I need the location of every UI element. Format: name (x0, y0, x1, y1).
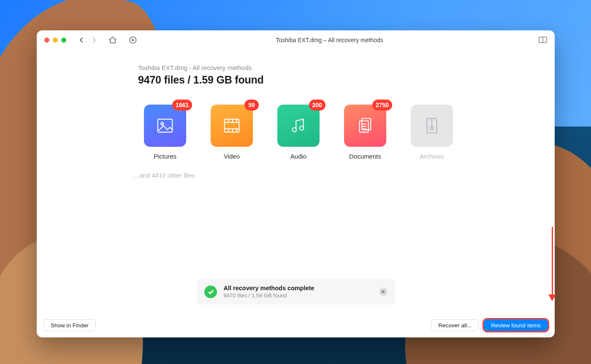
category-pictures[interactable]: 1661 Pictures (138, 105, 192, 160)
video-label: Video (205, 153, 259, 160)
pictures-label: Pictures (138, 153, 192, 160)
window-controls (44, 38, 66, 43)
status-close-button[interactable] (379, 288, 388, 296)
window-close-button[interactable] (44, 38, 49, 43)
status-title: All recovery methods complete (224, 285, 314, 291)
window-zoom-button[interactable] (61, 38, 66, 43)
nav-buttons (78, 37, 98, 43)
svg-rect-23 (431, 127, 433, 130)
pictures-count-badge: 1661 (172, 100, 192, 111)
category-audio[interactable]: 200 Audio (271, 105, 325, 160)
category-archives[interactable]: Archives (405, 105, 459, 160)
video-count-badge: 59 (244, 100, 259, 111)
svg-rect-3 (158, 119, 173, 132)
video-icon: 59 (211, 105, 253, 147)
other-files-text: …and 4410 other files (133, 172, 459, 179)
check-icon (204, 286, 217, 298)
sidebar-toggle-icon[interactable] (539, 37, 547, 43)
app-window: Toshiba EXT.dmg – All recovery methods T… (37, 30, 555, 337)
scan-subtitle: Toshiba EXT.dmg - All recovery methods (138, 64, 459, 71)
recovery-history-icon[interactable] (129, 36, 137, 44)
toolbar-icons (108, 36, 137, 44)
category-video[interactable]: 59 Video (205, 105, 259, 160)
footer-bar: Show in Finder Recover all... Review fou… (37, 313, 555, 337)
show-in-finder-button[interactable]: Show in Finder (43, 319, 96, 331)
svg-point-4 (161, 122, 163, 125)
status-detail: 9470 files / 1.59 GB found (224, 292, 314, 299)
content-area: Toshiba EXT.dmg - All recovery methods 9… (37, 50, 555, 337)
status-banner: All recovery methods complete 9470 files… (197, 279, 395, 305)
forward-button (91, 37, 98, 43)
archives-icon (411, 105, 453, 147)
back-button[interactable] (78, 37, 85, 43)
audio-count-badge: 200 (309, 100, 325, 111)
audio-label: Audio (271, 153, 325, 160)
audio-icon: 200 (277, 105, 320, 147)
titlebar: Toshiba EXT.dmg – All recovery methods (37, 30, 555, 50)
archives-label: Archives (405, 153, 459, 160)
category-documents[interactable]: 2750 Documents (338, 105, 392, 160)
home-icon[interactable] (108, 36, 117, 44)
window-minimize-button[interactable] (53, 38, 58, 43)
category-cards: 1661 Pictures 59 Video 200 (138, 105, 459, 160)
pictures-icon: 1661 (144, 105, 186, 147)
documents-count-badge: 2750 (372, 100, 392, 111)
documents-label: Documents (338, 153, 392, 160)
scan-headline: 9470 files / 1.59 GB found (138, 74, 459, 86)
window-title: Toshiba EXT.dmg – All recovery methods (137, 37, 522, 43)
documents-icon: 2750 (344, 105, 386, 147)
review-found-items-button[interactable]: Review found items (484, 319, 548, 331)
recover-all-button[interactable]: Recover all... (431, 319, 479, 331)
